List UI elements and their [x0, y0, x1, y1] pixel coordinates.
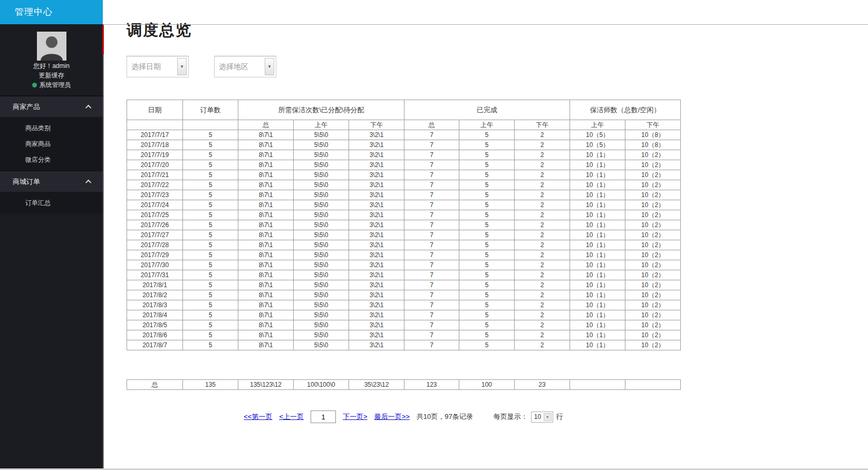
table-cell: 2017/8/7 [127, 340, 183, 350]
table-cell: 5 [183, 180, 238, 190]
sidebar-item-merchant-goods[interactable]: 商家商品 [0, 136, 103, 152]
table-cell: 2017/8/2 [127, 290, 183, 300]
online-status-icon [32, 83, 37, 87]
last-page-link[interactable]: 最后一页>> [374, 412, 410, 422]
table-cell: 8\7\1 [238, 210, 294, 220]
table-cell: 2 [515, 240, 570, 250]
table-cell: 7 [404, 230, 459, 240]
table-cell: 10（1） [570, 150, 625, 160]
dropdown-arrow-button[interactable]: ▼ [265, 58, 274, 75]
table-row: 2017/7/1858\7\15\5\03\2\175210（5）10（8） [127, 140, 681, 150]
table-cell: 2 [515, 130, 570, 140]
table-cell: 10（2） [625, 240, 681, 250]
table-cell: 5 [183, 130, 238, 140]
sidebar-group-merchant-products[interactable]: 商家产品 [0, 96, 103, 117]
table-cell: 10（2） [625, 210, 681, 220]
table-cell: 3\2\1 [349, 220, 404, 230]
subheader-cell: 下午 [625, 120, 681, 130]
per-page-arrow-button[interactable]: ▼ [544, 413, 552, 421]
refresh-cache-link[interactable]: 更新缓存 [0, 71, 103, 80]
sidebar-item-product-category[interactable]: 商品类别 [0, 120, 103, 136]
sidebar-group-mall-orders[interactable]: 商城订单 [0, 171, 103, 192]
table-cell: 10（2） [625, 320, 681, 330]
table-cell: 5 [183, 170, 238, 180]
table-cell: 8\7\1 [238, 280, 294, 290]
totals-cell: 35\23\12 [349, 380, 404, 390]
table-cell: 3\2\1 [349, 180, 404, 190]
sidebar-item-microstore-category[interactable]: 微店分类 [0, 152, 103, 168]
table-cell: 5 [183, 260, 238, 270]
per-page-select[interactable]: 10 ▼ [531, 412, 553, 423]
table-cell: 2017/7/22 [127, 180, 183, 190]
dropdown-arrow-button[interactable]: ▼ [177, 58, 187, 75]
table-cell: 3\2\1 [349, 300, 404, 310]
sidebar-sublist: 订单汇总 [0, 192, 103, 214]
table-cell: 5\5\0 [294, 130, 349, 140]
table-cell: 7 [404, 130, 459, 140]
region-filter-select[interactable]: 选择地区 ▼ [214, 56, 276, 77]
table-cell: 5 [183, 200, 238, 210]
subheader-cell [183, 120, 238, 130]
totals-cell: 135\123\12 [238, 380, 294, 390]
sidebar-scrollbar-thumb[interactable] [102, 25, 104, 54]
subheader-cell: 下午 [515, 120, 570, 130]
table-cell: 10（2） [625, 160, 681, 170]
table-cell: 5\5\0 [294, 290, 349, 300]
table-cell: 2017/7/21 [127, 170, 183, 180]
table-cell: 8\7\1 [238, 220, 294, 230]
user-avatar [37, 32, 66, 61]
table-cell: 5 [459, 150, 515, 160]
table-cell: 2 [515, 340, 570, 350]
table-row: 2017/7/2958\7\15\5\03\2\175210（1）10（2） [127, 250, 681, 260]
table-cell: 2 [515, 140, 570, 150]
table-cell: 5 [459, 190, 515, 200]
table-row: 2017/8/158\7\15\5\03\2\175210（1）10（2） [127, 280, 681, 290]
table-cell: 10（1） [570, 240, 625, 250]
table-cell: 7 [404, 290, 459, 300]
totals-cell: 135 [183, 380, 238, 390]
next-page-link[interactable]: 下一页> [343, 412, 368, 422]
pagination: <<第一页 <上一页 下一页> 最后一页>> 共10页，97条记录 每页显示： … [127, 410, 680, 423]
first-page-link[interactable]: <<第一页 [244, 412, 272, 422]
table-cell: 5 [183, 240, 238, 250]
table-cell: 2017/7/28 [127, 240, 183, 250]
table-cell: 2 [515, 260, 570, 270]
table-cell: 2017/8/5 [127, 320, 183, 330]
table-cell: 3\2\1 [349, 200, 404, 210]
table-cell: 5\5\0 [294, 210, 349, 220]
sidebar-group-label: 商城订单 [13, 177, 40, 187]
table-cell: 10（1） [570, 310, 625, 320]
totals-cell [570, 380, 625, 390]
chevron-up-icon [85, 179, 91, 185]
table-cell: 5\5\0 [294, 240, 349, 250]
table-cell: 10（2） [625, 220, 681, 230]
page-number-input[interactable] [311, 410, 336, 423]
table-cell: 5\5\0 [294, 140, 349, 150]
table-cell: 7 [404, 200, 459, 210]
table-cell: 3\2\1 [349, 170, 404, 180]
table-cell: 5 [183, 330, 238, 340]
date-filter-select[interactable]: 选择日期 ▼ [127, 56, 189, 77]
table-cell: 5 [183, 270, 238, 280]
table-subheader-row: 总 上午 下午 总 上午 下午 上午 下午 [127, 120, 681, 130]
prev-page-link[interactable]: <上一页 [279, 412, 304, 422]
table-cell: 10（2） [625, 180, 681, 190]
subheader-cell: 上午 [459, 120, 515, 130]
table-cell: 7 [404, 180, 459, 190]
table-cell: 10（2） [625, 250, 681, 260]
table-cell: 3\2\1 [349, 310, 404, 320]
sidebar-item-order-summary[interactable]: 订单汇总 [0, 195, 103, 211]
table-cell: 5 [183, 160, 238, 170]
table-cell: 10（2） [625, 150, 681, 160]
header-completed: 已完成 [404, 100, 570, 120]
table-cell: 8\7\1 [238, 180, 294, 190]
totals-cell: 123 [404, 380, 459, 390]
table-cell: 7 [404, 150, 459, 160]
per-page-value: 10 [534, 413, 541, 420]
table-cell: 5 [183, 320, 238, 330]
table-cell: 5 [183, 340, 238, 350]
table-cell: 10（1） [570, 250, 625, 260]
table-cell: 10（8） [625, 140, 681, 150]
sidebar-group-label: 商家产品 [13, 102, 40, 112]
table-cell: 5\5\0 [294, 300, 349, 310]
